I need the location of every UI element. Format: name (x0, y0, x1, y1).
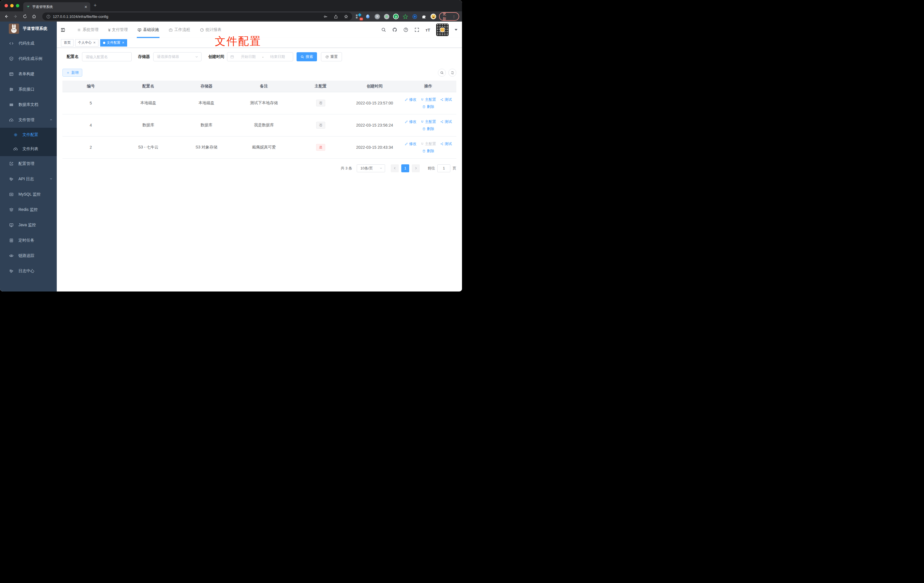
add-button[interactable]: ＋ 新增 (63, 69, 82, 77)
site-info-icon[interactable] (46, 15, 51, 19)
sidebar-item-log-center[interactable]: 日志中心 (0, 263, 57, 279)
sidebar-item-api-log[interactable]: API 日志 (0, 172, 57, 187)
browser-update-button[interactable]: 更新 ⋮ (439, 12, 459, 21)
tag-file-config[interactable]: 文件配置 ✕ (100, 39, 127, 46)
next-page-button[interactable] (412, 164, 420, 172)
toggle-search-button[interactable] (438, 69, 446, 77)
page-size-select[interactable]: 10条/页 (357, 164, 385, 172)
forward-button[interactable] (12, 13, 19, 20)
delete-link[interactable]: 删除 (422, 126, 434, 131)
goto-page-input[interactable] (437, 164, 450, 172)
sidebar-item-file-manage[interactable]: 文件管理 (0, 112, 57, 128)
nav-workflow[interactable]: 工作流程 (168, 21, 191, 38)
layers-icon (9, 208, 13, 212)
zoom-window-button[interactable] (16, 4, 19, 7)
sidebar-item-form-builder[interactable]: 表单构建 (0, 66, 57, 82)
sidebar-item-scheduled-tasks[interactable]: 定时任务 (0, 233, 57, 248)
share-nodes-icon (440, 98, 444, 101)
end-date-placeholder[interactable]: 结束日期 (265, 54, 290, 59)
edit-link[interactable]: 修改 (405, 97, 417, 102)
reload-button[interactable] (21, 13, 28, 20)
sidebar-item-db-doc[interactable]: 数据库文档 (0, 97, 57, 112)
extension-balloon-icon[interactable] (365, 13, 371, 19)
test-link[interactable]: 测试 (440, 97, 452, 102)
help-icon[interactable] (403, 27, 408, 32)
search-button[interactable]: 搜索 (297, 52, 317, 61)
timer-icon (9, 238, 13, 243)
sidebar-item-mysql-monitor[interactable]: MySQL 监控 (0, 187, 57, 202)
test-link[interactable]: 测试 (440, 141, 452, 147)
browser-menu-dots[interactable]: ⋮ (452, 15, 456, 19)
master-link[interactable]: 主配置 (421, 119, 436, 124)
share-icon[interactable] (334, 15, 338, 19)
storage-select[interactable]: 请选择存储器 (153, 52, 201, 61)
delete-link[interactable]: 删除 (422, 149, 434, 154)
config-name-input[interactable] (82, 52, 132, 61)
sidebar-item-code-demo[interactable]: 代码生成示例 (0, 51, 57, 66)
sidebar-fold-icon[interactable] (59, 26, 66, 33)
extension-puzzle-icon[interactable] (421, 13, 427, 19)
search-icon[interactable] (381, 27, 386, 32)
user-avatar[interactable] (436, 23, 449, 36)
sidebar-item-code-gen[interactable]: 代码生成 (0, 36, 57, 51)
refresh-table-button[interactable] (449, 69, 456, 77)
font-size-icon[interactable]: ᴛT (426, 28, 430, 32)
start-date-placeholder[interactable]: 开始日期 (236, 54, 261, 59)
sidebar-item-file-list[interactable]: 文件列表 (0, 142, 57, 156)
sidebar-item-system-api[interactable]: 系统接口 (0, 82, 57, 97)
tag-home[interactable]: 首页 (61, 39, 74, 46)
edit-link[interactable]: 修改 (405, 141, 417, 147)
delete-link[interactable]: 删除 (422, 104, 434, 109)
url-text[interactable]: 127.0.0.1:1024/infra/file/file-config (53, 15, 108, 19)
edit-link[interactable]: 修改 (405, 119, 417, 124)
sidebar-item-tracing[interactable]: 链路追踪 (0, 248, 57, 263)
reset-button[interactable]: 重置 (321, 52, 342, 61)
tag-close-icon[interactable]: ✕ (93, 41, 96, 45)
sidebar-item-config-manage[interactable]: 配置管理 (0, 156, 57, 172)
minimize-window-button[interactable] (10, 4, 13, 7)
extension-eye-icon[interactable] (412, 13, 417, 19)
table-row: 5 本地磁盘 本地磁盘 测试下本地存储 否 2022-03-15 23:57:0… (63, 92, 456, 114)
date-range-picker[interactable]: 开始日期 - 结束日期 (227, 52, 293, 61)
table-toolbar: ＋ 新增 (63, 69, 456, 77)
extension-emoji-icon[interactable] (431, 13, 436, 19)
extension-grid-icon[interactable]: 11 (356, 13, 361, 19)
nav-infrastructure[interactable]: 基础设施 (137, 21, 160, 38)
extension-y-icon[interactable]: y (393, 13, 399, 19)
prev-page-button[interactable] (391, 164, 399, 172)
tag-profile[interactable]: 个人中心 ✕ (75, 39, 99, 46)
tab-close-icon[interactable]: ✕ (84, 5, 87, 9)
master-link[interactable]: 主配置 (421, 97, 436, 102)
home-button[interactable] (31, 13, 38, 20)
back-button[interactable] (3, 13, 10, 20)
extension-record-icon[interactable] (384, 13, 389, 19)
chevron-down-icon (195, 55, 198, 58)
page-content: 配置名 存储器 请选择存储器 创建时间 开始日期 - 结束日期 (57, 48, 462, 292)
close-window-button[interactable] (5, 4, 8, 7)
nav-system-manage[interactable]: 系统管理 (76, 21, 99, 38)
current-page-button[interactable]: 1 (401, 164, 409, 172)
sidebar-item-redis-monitor[interactable]: Redis 监控 (0, 202, 57, 217)
sidebar-item-java-monitor[interactable]: Java 监控 (0, 217, 57, 233)
yen-icon: ¥ (108, 28, 111, 32)
browser-tab[interactable]: 芋道管理系统 ✕ (23, 2, 90, 12)
nav-pay-manage[interactable]: ¥ 支付管理 (107, 21, 128, 38)
github-icon[interactable] (392, 27, 397, 32)
form-icon (9, 72, 13, 76)
sidebar-logo: 芋道管理系统 (0, 21, 57, 36)
sidebar-item-file-config[interactable]: 文件配置 (0, 128, 57, 142)
test-link[interactable]: 测试 (440, 119, 452, 124)
bookmark-star-icon[interactable] (344, 15, 348, 19)
tag-close-icon[interactable]: ✕ (122, 41, 124, 45)
brand-title: 芋道管理系统 (23, 26, 48, 31)
table-row: 2 S3 - 七牛云 S3 对象存储 戴佩妮真可爱 是 2022-03-15 2… (63, 136, 456, 159)
fullscreen-icon[interactable] (414, 27, 419, 32)
extension-star-icon[interactable] (403, 13, 408, 19)
avatar-caret-icon[interactable] (455, 29, 457, 31)
new-tab-button[interactable]: + (94, 3, 97, 8)
magnet-icon (421, 120, 424, 124)
extension-command-icon[interactable]: ⌘ (374, 13, 380, 19)
password-key-icon[interactable] (323, 15, 328, 19)
address-bar[interactable]: 127.0.0.1:1024/infra/file/file-config (42, 13, 352, 20)
browser-window: 芋道管理系统 ✕ + 127.0.0.1:1024/infra/file/fil… (0, 0, 462, 292)
